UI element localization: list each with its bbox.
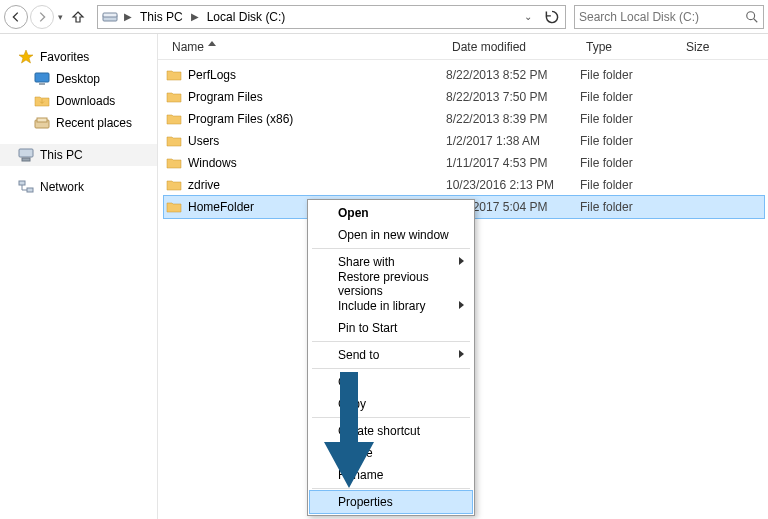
menu-item-label: Properties — [338, 495, 393, 509]
menu-item[interactable]: Open in new window — [310, 224, 472, 246]
file-date: 10/23/2016 2:13 PM — [446, 178, 580, 192]
file-date: 8/22/2013 7:50 PM — [446, 90, 580, 104]
star-icon — [18, 49, 34, 65]
menu-item[interactable]: Open — [310, 202, 472, 224]
menu-item[interactable]: Restore previous versions — [310, 273, 472, 295]
svg-rect-7 — [37, 118, 47, 122]
menu-item[interactable]: Include in library — [310, 295, 472, 317]
folder-icon — [166, 67, 182, 83]
menu-item-label: Copy — [338, 397, 366, 411]
menu-item[interactable]: Send to — [310, 344, 472, 366]
column-header-size[interactable]: Size — [678, 40, 758, 54]
menu-item-label: Create shortcut — [338, 424, 420, 438]
file-row[interactable]: zdrive10/23/2016 2:13 PMFile folder — [164, 174, 764, 196]
menu-item-label: Include in library — [338, 299, 425, 313]
file-name: zdrive — [188, 178, 220, 192]
breadcrumb-thispc[interactable]: This PC — [138, 10, 185, 24]
menu-item[interactable]: Create shortcut — [310, 420, 472, 442]
menu-item-label: Delete — [338, 446, 373, 460]
chevron-right-icon[interactable]: ▶ — [189, 11, 201, 22]
forward-arrow-icon — [35, 10, 49, 24]
drive-icon — [102, 9, 118, 25]
menu-item-label: Open — [338, 206, 369, 220]
menu-item-label: Cut — [338, 375, 357, 389]
thispc-icon — [18, 147, 34, 163]
nav-item-label: Desktop — [56, 72, 100, 86]
nav-group-label: Favorites — [40, 50, 89, 64]
menu-item[interactable]: Pin to Start — [310, 317, 472, 339]
search-box[interactable] — [574, 5, 764, 29]
menu-separator — [312, 341, 470, 342]
menu-item[interactable]: Delete — [310, 442, 472, 464]
file-date: 8/22/2013 8:52 PM — [446, 68, 580, 82]
sort-ascending-icon — [208, 41, 216, 49]
column-header-type[interactable]: Type — [578, 40, 678, 54]
context-menu: OpenOpen in new windowShare withRestore … — [307, 199, 475, 516]
menu-item[interactable]: Copy — [310, 393, 472, 415]
file-name: PerfLogs — [188, 68, 236, 82]
nav-group-label: This PC — [40, 148, 83, 162]
search-input[interactable] — [579, 10, 745, 24]
file-date: 1/11/2017 4:53 PM — [446, 156, 580, 170]
back-arrow-icon — [9, 10, 23, 24]
nav-network[interactable]: Network — [0, 176, 157, 198]
breadcrumb-label: Local Disk (C:) — [207, 10, 286, 24]
folder-icon — [166, 155, 182, 171]
column-label: Size — [686, 40, 709, 54]
nav-item-label: Recent places — [56, 116, 132, 130]
up-arrow-icon — [70, 9, 86, 25]
chevron-right-icon — [459, 301, 464, 309]
menu-item-label: Rename — [338, 468, 383, 482]
menu-item[interactable]: Cut — [310, 371, 472, 393]
folder-icon — [166, 89, 182, 105]
history-dropdown-icon[interactable]: ▾ — [56, 12, 65, 22]
menu-item[interactable]: Properties — [310, 491, 472, 513]
menu-item-label: Send to — [338, 348, 379, 362]
chevron-right-icon[interactable]: ▶ — [122, 11, 134, 22]
up-button[interactable] — [67, 6, 89, 28]
navigation-pane: Favorites Desktop Downloads Recent place… — [0, 34, 158, 519]
file-row[interactable]: Windows1/11/2017 4:53 PMFile folder — [164, 152, 764, 174]
refresh-icon[interactable] — [543, 8, 561, 26]
svg-rect-8 — [19, 149, 33, 157]
svg-rect-1 — [103, 13, 117, 17]
file-name: Windows — [188, 156, 237, 170]
nav-item-label: Downloads — [56, 94, 115, 108]
folder-icon — [166, 177, 182, 193]
file-type: File folder — [580, 134, 680, 148]
column-headers: Name Date modified Type Size — [158, 34, 768, 60]
breadcrumb-label: This PC — [140, 10, 183, 24]
file-row[interactable]: Users1/2/2017 1:38 AMFile folder — [164, 130, 764, 152]
nav-item-downloads[interactable]: Downloads — [0, 90, 157, 112]
nav-item-desktop[interactable]: Desktop — [0, 68, 157, 90]
breadcrumb-localdisk[interactable]: Local Disk (C:) — [205, 10, 288, 24]
column-label: Name — [172, 40, 204, 54]
menu-item-label: Restore previous versions — [338, 270, 452, 298]
nav-favorites[interactable]: Favorites — [0, 46, 157, 68]
svg-point-2 — [747, 11, 755, 19]
menu-item-label: Pin to Start — [338, 321, 397, 335]
file-row[interactable]: PerfLogs8/22/2013 8:52 PMFile folder — [164, 64, 764, 86]
file-row[interactable]: Program Files (x86)8/22/2013 8:39 PMFile… — [164, 108, 764, 130]
file-type: File folder — [580, 200, 680, 214]
desktop-icon — [34, 71, 50, 87]
file-type: File folder — [580, 112, 680, 126]
back-button[interactable] — [4, 5, 28, 29]
nav-item-recent[interactable]: Recent places — [0, 112, 157, 134]
menu-item[interactable]: Rename — [310, 464, 472, 486]
menu-separator — [312, 368, 470, 369]
address-dropdown-icon[interactable]: ⌄ — [519, 8, 537, 26]
forward-button[interactable] — [30, 5, 54, 29]
file-row[interactable]: Program Files8/22/2013 7:50 PMFile folde… — [164, 86, 764, 108]
column-label: Type — [586, 40, 612, 54]
column-header-date[interactable]: Date modified — [444, 40, 578, 54]
column-header-name[interactable]: Name — [164, 40, 444, 54]
menu-separator — [312, 417, 470, 418]
network-icon — [18, 179, 34, 195]
address-bar[interactable]: ▶ This PC ▶ Local Disk (C:) ⌄ — [97, 5, 566, 29]
nav-thispc[interactable]: This PC — [0, 144, 157, 166]
menu-separator — [312, 248, 470, 249]
file-date: 8/22/2013 8:39 PM — [446, 112, 580, 126]
file-name: Program Files — [188, 90, 263, 104]
search-icon — [745, 10, 759, 24]
